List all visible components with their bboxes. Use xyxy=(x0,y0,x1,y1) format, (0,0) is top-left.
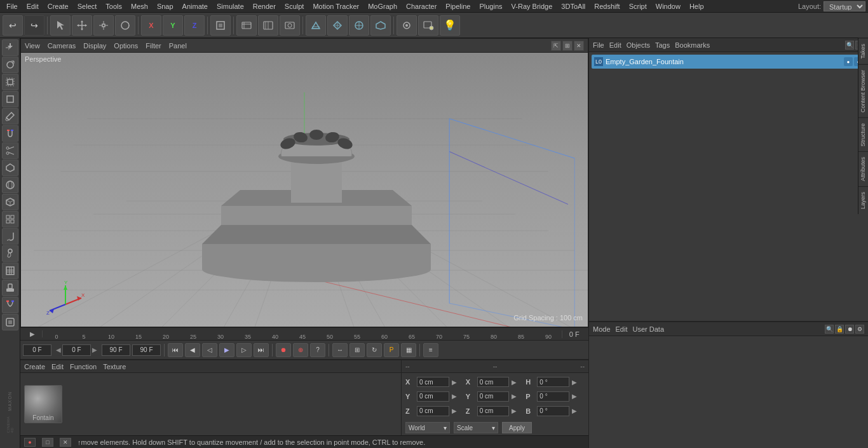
grid-button[interactable]: ▦ xyxy=(401,343,416,357)
menu-redshift[interactable]: Redshift xyxy=(590,1,623,11)
record-indicator[interactable]: ● xyxy=(24,438,36,447)
front-view-button[interactable] xyxy=(349,15,369,36)
object-tag-1[interactable]: ● xyxy=(844,57,853,66)
attr-menu-mode[interactable]: Mode xyxy=(593,325,611,333)
help-button[interactable]: ? xyxy=(310,343,325,357)
rotate-tool-button[interactable] xyxy=(115,15,135,36)
menu-select[interactable]: Select xyxy=(74,1,101,11)
perspective-view-button[interactable] xyxy=(306,15,326,36)
viewport-canvas[interactable]: X Y Z Perspective Grid Spacing : 100 cm xyxy=(21,53,588,327)
menu-motion-tracker[interactable]: Motion Tracker xyxy=(309,1,363,11)
menu-file[interactable]: File xyxy=(3,1,22,11)
tool-stamp[interactable] xyxy=(2,280,18,296)
motionclip-button[interactable] xyxy=(280,15,300,36)
prev-frame-button[interactable]: ◀ xyxy=(185,343,200,357)
tool-paint[interactable] xyxy=(2,108,18,125)
jump-end-button[interactable]: ⏭ xyxy=(254,343,269,357)
y-axis-button[interactable]: Y xyxy=(163,15,183,36)
tool-cut[interactable] xyxy=(2,142,18,159)
objects-menu-file[interactable]: File xyxy=(593,41,604,49)
timeline-button[interactable] xyxy=(258,15,278,36)
tab-attributes[interactable]: Attributes xyxy=(858,151,868,186)
objects-menu-objects[interactable]: Objects xyxy=(627,41,650,49)
layout-select[interactable]: Startup xyxy=(824,1,865,11)
material-menu-texture[interactable]: Texture xyxy=(103,363,126,370)
world-dropdown[interactable]: World▾ xyxy=(405,422,450,433)
tool-knife[interactable] xyxy=(2,228,18,245)
tab-content-browser[interactable]: Content Browser xyxy=(858,64,868,118)
timeline-ruler[interactable]: 0 5 10 15 20 25 30 35 40 45 50 55 60 65 … xyxy=(43,328,562,340)
menu-create[interactable]: Create xyxy=(44,1,72,11)
menu-vray[interactable]: V-Ray Bridge xyxy=(508,1,557,11)
apply-button[interactable]: Apply xyxy=(502,422,532,433)
coord-x-input[interactable]: 0 cm xyxy=(417,377,449,387)
object-row-fountain[interactable]: L0 Empty_Garden_Fountain ● ● xyxy=(592,55,865,69)
tool-magnet[interactable] xyxy=(2,125,18,142)
viewport-maximize[interactable]: ⇱ xyxy=(551,41,561,51)
material-menu-function[interactable]: Function xyxy=(70,363,97,370)
menu-sculpt[interactable]: Sculpt xyxy=(281,1,308,11)
render-settings-button[interactable]: ≡ xyxy=(423,343,438,357)
viewport-menu-display[interactable]: Display xyxy=(83,42,106,50)
status-minimize[interactable]: □ xyxy=(42,438,53,447)
viewport-menu-cameras[interactable]: Cameras xyxy=(48,42,76,50)
coord-scale-x-input[interactable]: 0 cm xyxy=(477,377,510,387)
move-track-button[interactable]: ↔ xyxy=(332,343,348,357)
tool-loop[interactable] xyxy=(2,314,18,330)
menu-animate[interactable]: Animate xyxy=(179,1,212,11)
coord-y-input[interactable]: 0 cm xyxy=(417,391,449,402)
attr-lock-icon[interactable]: 🔒 xyxy=(835,325,844,334)
tool-scale[interactable] xyxy=(2,74,18,90)
tool-rotate[interactable] xyxy=(2,57,18,73)
z-axis-button[interactable]: Z xyxy=(184,15,205,36)
scale-tool-button[interactable] xyxy=(93,15,114,36)
menu-3dtoall[interactable]: 3DToAll xyxy=(557,1,589,11)
render-view-button[interactable]: 💡 xyxy=(440,15,460,36)
redo-button[interactable]: ↪ xyxy=(24,15,44,36)
tab-takes[interactable]: Takes xyxy=(858,38,868,64)
keyframe-button[interactable] xyxy=(236,15,257,36)
frame-start-input[interactable] xyxy=(23,344,51,356)
tool-sphere[interactable] xyxy=(2,177,18,193)
viewport-menu-options[interactable]: Options xyxy=(114,42,138,50)
viewport-close[interactable]: ✕ xyxy=(574,41,584,51)
scale-track-button[interactable]: ⊞ xyxy=(349,343,365,357)
material-thumbnail[interactable]: Fontain xyxy=(24,385,62,423)
menu-window[interactable]: Window xyxy=(652,1,684,11)
object-mode-button[interactable] xyxy=(210,15,231,36)
frame-current-input[interactable] xyxy=(62,344,91,356)
tool-subdivide[interactable] xyxy=(2,211,18,227)
jump-start-button[interactable]: ⏮ xyxy=(168,343,183,357)
snap-button[interactable] xyxy=(397,15,417,36)
objects-search-icon[interactable]: 🔍 xyxy=(845,41,854,50)
undo-button[interactable]: ↩ xyxy=(3,15,23,36)
tool-move[interactable] xyxy=(2,39,18,56)
menu-script[interactable]: Script xyxy=(625,1,651,11)
coord-scale-z-input[interactable]: 0 cm xyxy=(477,406,510,416)
menu-snap[interactable]: Snap xyxy=(153,1,177,11)
material-menu-create[interactable]: Create xyxy=(24,363,45,370)
prev-play-button[interactable]: ◁ xyxy=(202,343,217,357)
play-button[interactable]: ▶ xyxy=(219,343,234,357)
attr-search-icon[interactable]: 🔍 xyxy=(825,325,834,334)
menu-tools[interactable]: Tools xyxy=(102,1,126,11)
tool-brush[interactable] xyxy=(2,245,18,262)
world-space-button[interactable]: P xyxy=(384,343,399,357)
menu-render[interactable]: Render xyxy=(249,1,280,11)
viewport-menu-filter[interactable]: Filter xyxy=(146,42,161,50)
tab-layers[interactable]: Layers xyxy=(858,186,868,214)
viewport-settings[interactable]: ⊞ xyxy=(562,41,573,51)
menu-pipeline[interactable]: Pipeline xyxy=(442,1,474,11)
attr-settings-icon[interactable]: ⚙ xyxy=(855,325,864,334)
tool-polygon[interactable] xyxy=(2,160,18,176)
viewport-menu-panel[interactable]: Panel xyxy=(169,42,187,50)
viewport-menu-view[interactable]: View xyxy=(25,42,40,50)
menu-edit[interactable]: Edit xyxy=(23,1,43,11)
objects-menu-edit[interactable]: Edit xyxy=(609,41,621,49)
attr-record-icon[interactable]: ⏺ xyxy=(845,325,854,334)
frame-end1-input[interactable] xyxy=(102,344,130,356)
side-view-button[interactable] xyxy=(370,15,391,36)
menu-character[interactable]: Character xyxy=(402,1,440,11)
next-frame-button[interactable]: ▷ xyxy=(236,343,252,357)
objects-menu-tags[interactable]: Tags xyxy=(655,41,670,49)
